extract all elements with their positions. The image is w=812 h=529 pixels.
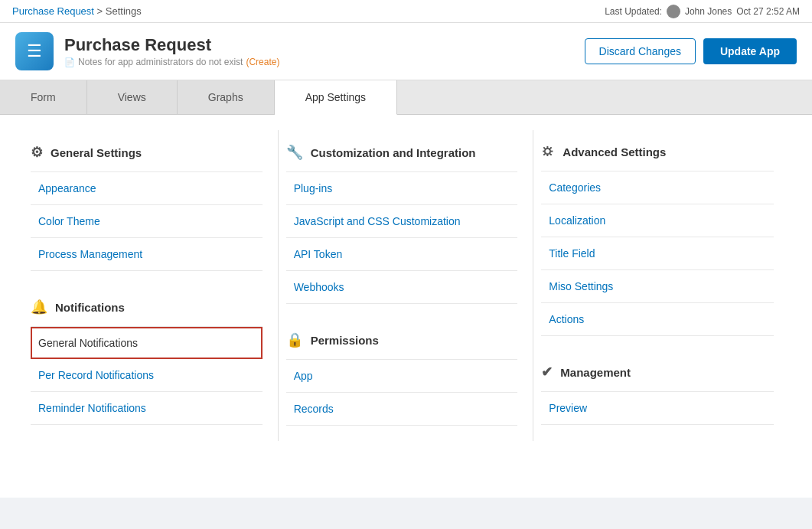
records-permissions-link[interactable]: Records: [286, 393, 518, 426]
header-bar: ☰ Purchase Request 📄 Notes for app admin…: [0, 23, 812, 80]
bell-icon: 🔔: [31, 299, 47, 315]
customization-label: Customization and Integration: [311, 146, 476, 159]
content-area: ⚙ General Settings Appearance Color Them…: [0, 115, 812, 498]
column-customization: 🔧 Customization and Integration Plug-ins…: [279, 130, 534, 441]
tab-app-settings[interactable]: App Settings: [275, 80, 397, 115]
app-title: Purchase Request: [64, 35, 279, 55]
general-notifications-link[interactable]: General Notifications: [31, 327, 263, 359]
notifications-label: Notifications: [55, 301, 125, 314]
app-icon-symbol: ☰: [27, 41, 42, 61]
discard-changes-button[interactable]: Discard Changes: [585, 38, 696, 64]
categories-link[interactable]: Categories: [541, 171, 774, 204]
webhooks-link[interactable]: Webhooks: [286, 271, 518, 304]
per-record-notifications-link[interactable]: Per Record Notifications: [31, 359, 263, 392]
last-updated: Last Updated: John Jones Oct 27 2:52 AM: [605, 5, 800, 18]
gear-icon: ⚙: [31, 144, 43, 161]
settings-grid: ⚙ General Settings Appearance Color Them…: [23, 130, 789, 441]
last-updated-time: Oct 27 2:52 AM: [736, 6, 800, 17]
last-updated-user: John Jones: [685, 6, 732, 17]
customization-header: 🔧 Customization and Integration: [286, 130, 518, 172]
notifications-header: 🔔 Notifications: [31, 286, 263, 327]
general-settings-header: ⚙ General Settings: [31, 130, 263, 172]
breadcrumb: Purchase Request > Settings: [12, 5, 142, 17]
note-icon: 📄: [64, 57, 75, 67]
gear2-icon: ⛭: [541, 144, 555, 160]
app-title-block: Purchase Request 📄 Notes for app adminis…: [64, 35, 279, 67]
column-advanced: ⛭ Advanced Settings Categories Localizat…: [533, 130, 789, 441]
create-note-link[interactable]: (Create): [246, 57, 279, 67]
app-icon: ☰: [15, 32, 54, 70]
miso-settings-link[interactable]: Miso Settings: [541, 270, 774, 303]
column-general: ⚙ General Settings Appearance Color Them…: [23, 130, 279, 441]
management-header: ✔ Management: [541, 351, 774, 392]
tab-graphs[interactable]: Graphs: [178, 80, 275, 114]
user-avatar: [667, 5, 680, 18]
app-permissions-link[interactable]: App: [286, 360, 518, 393]
general-settings-label: General Settings: [51, 146, 142, 159]
appearance-link[interactable]: Appearance: [31, 172, 263, 205]
permissions-label: Permissions: [311, 334, 379, 347]
color-theme-link[interactable]: Color Theme: [31, 205, 263, 238]
advanced-settings-header: ⛭ Advanced Settings: [541, 130, 774, 171]
check-shield-icon: ✔: [541, 364, 553, 380]
wrench-icon: 🔧: [286, 144, 303, 161]
breadcrumb-app-link[interactable]: Purchase Request: [12, 5, 94, 17]
breadcrumb-current: Settings: [106, 5, 142, 17]
header-left: ☰ Purchase Request 📄 Notes for app admin…: [15, 32, 279, 70]
process-management-link[interactable]: Process Management: [31, 238, 263, 271]
actions-link[interactable]: Actions: [541, 303, 774, 336]
permissions-header: 🔒 Permissions: [286, 319, 518, 360]
app-note: 📄 Notes for app administrators do not ex…: [64, 57, 279, 67]
reminder-notifications-link[interactable]: Reminder Notifications: [31, 392, 263, 425]
top-bar: Purchase Request > Settings Last Updated…: [0, 0, 812, 23]
last-updated-label: Last Updated:: [605, 6, 662, 17]
api-token-link[interactable]: API Token: [286, 238, 518, 271]
localization-link[interactable]: Localization: [541, 204, 774, 237]
advanced-settings-label: Advanced Settings: [563, 145, 666, 158]
js-css-link[interactable]: JavaScript and CSS Customization: [286, 205, 518, 238]
management-label: Management: [560, 366, 631, 379]
tab-views[interactable]: Views: [87, 80, 178, 114]
header-actions: Discard Changes Update App: [585, 38, 797, 64]
update-app-button[interactable]: Update App: [703, 38, 797, 64]
breadcrumb-separator: >: [97, 5, 103, 17]
preview-link[interactable]: Preview: [541, 392, 774, 425]
plug-ins-link[interactable]: Plug-ins: [286, 172, 518, 205]
title-field-link[interactable]: Title Field: [541, 237, 774, 270]
lock-icon: 🔒: [286, 331, 303, 348]
note-text: Notes for app administrators do not exis…: [78, 57, 243, 67]
tabs-bar: Form Views Graphs App Settings: [0, 80, 812, 115]
tab-form[interactable]: Form: [0, 80, 87, 114]
